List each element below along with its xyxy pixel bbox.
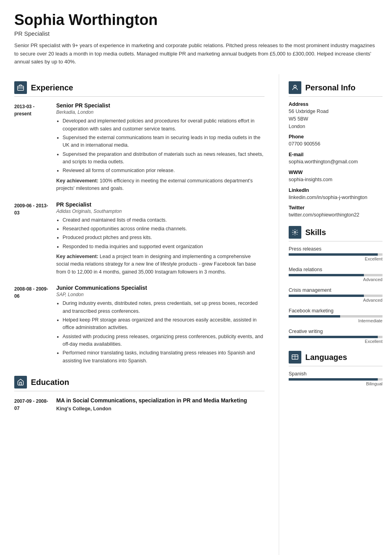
skill-level-3: Intermediate: [289, 318, 382, 323]
edu-school-1: King's College, London: [56, 406, 247, 411]
edu-dates-1: 2007-09 - 2008-07: [14, 397, 50, 412]
education-icon: [14, 376, 27, 388]
experience-icon: [14, 81, 27, 94]
resume-body: Experience 2013-03 - present Senior PR S…: [0, 74, 392, 555]
skill-item-0: Press releases Excellent: [289, 246, 382, 261]
skill-item-2: Crisis management Advanced: [289, 287, 382, 302]
exp-content-1: Senior PR Specialist Berkadia, London De…: [56, 102, 265, 192]
skills-title: Skills: [305, 228, 326, 237]
personal-info-header: Personal Info: [289, 81, 382, 97]
skill-bar-fill-2: [289, 295, 364, 297]
languages-section: Languages Spanish Bilingual: [289, 351, 382, 386]
exp-bullet: Supervised the external communications t…: [63, 134, 265, 149]
exp-bullet: Developed and implemented policies and p…: [63, 117, 265, 133]
edu-entry-1: 2007-09 - 2008-07 MA in Social Communica…: [14, 397, 265, 412]
candidate-title: PR Specialist: [14, 30, 378, 37]
lang-bar-fill-0: [289, 378, 378, 381]
personal-info-title: Personal Info: [305, 83, 356, 92]
exp-dates-3: 2008-08 - 2009-06: [14, 285, 50, 367]
skill-bar-bg-3: [289, 315, 382, 318]
skill-bar-fill-3: [289, 315, 340, 318]
exp-content-2: PR Specialist Adidas Originals, Southamp…: [56, 201, 265, 276]
twitter-value: twitter.com/sophieworthington22: [289, 211, 382, 219]
exp-bullet: Reviewed all forms of communication prio…: [63, 167, 265, 174]
skill-level-4: Excellent: [289, 339, 382, 344]
skill-name-0: Press releases: [289, 246, 382, 252]
resume-header: Sophia Worthington PR Specialist Senior …: [0, 0, 392, 74]
exp-dates-2: 2009-06 - 2013-03: [14, 201, 50, 276]
edu-degree-1: MA in Social Communications, specializat…: [56, 397, 247, 405]
svg-point-2: [294, 85, 296, 88]
right-column: Personal Info Address 56 Uxbridge RoadW5…: [279, 74, 392, 555]
languages-title: Languages: [305, 353, 347, 362]
candidate-summary: Senior PR specialist with 9+ years of ex…: [14, 42, 378, 66]
www-label: WWW: [289, 170, 382, 175]
education-title: Education: [31, 378, 69, 387]
skill-bar-bg-4: [289, 336, 382, 338]
exp-content-3: Junior Communications Specialist SAP, Lo…: [56, 285, 265, 367]
exp-company-1: Berkadia, London: [56, 109, 265, 115]
linkedin-label: LinkedIn: [289, 188, 382, 193]
skill-bar-fill-0: [289, 253, 378, 256]
exp-dates-1: 2013-03 - present: [14, 102, 50, 192]
skill-bar-bg-0: [289, 253, 382, 256]
exp-achievement-2: Key achievement: Lead a project team in …: [56, 253, 265, 276]
experience-section: Experience 2013-03 - present Senior PR S…: [14, 81, 265, 367]
twitter-label: Twitter: [289, 205, 382, 211]
education-section-header: Education: [14, 376, 265, 391]
edu-content-1: MA in Social Communications, specializat…: [56, 397, 247, 412]
linkedin-value: linkedin.com/in/sophia-j-worthington: [289, 194, 382, 201]
resume-page: Sophia Worthington PR Specialist Senior …: [0, 0, 392, 555]
lang-bar-bg-0: [289, 378, 382, 381]
www-value: sophia-insights.com: [289, 176, 382, 184]
skill-level-0: Excellent: [289, 256, 382, 261]
exp-title-3: Junior Communications Specialist: [56, 285, 265, 291]
lang-level-0: Bilingual: [289, 381, 382, 386]
languages-header: Languages: [289, 351, 382, 366]
education-section: Education 2007-09 - 2008-07 MA in Social…: [14, 376, 265, 412]
personal-info-section: Personal Info Address 56 Uxbridge RoadW5…: [289, 81, 382, 219]
exp-bullets-2: Created and maintained lists of media co…: [56, 216, 265, 251]
skill-bar-bg-1: [289, 274, 382, 276]
exp-bullet: Assisted with producing press releases, …: [63, 333, 265, 348]
exp-bullet: Produced product pitches and press kits.: [63, 234, 265, 241]
exp-bullets-1: Developed and implemented policies and p…: [56, 117, 265, 175]
phone-label: Phone: [289, 134, 382, 140]
exp-bullet: Helped keep PR storage areas organized a…: [63, 316, 265, 332]
experience-title: Experience: [31, 83, 73, 92]
exp-company-3: SAP, London: [56, 292, 265, 297]
skill-name-3: Facebook marketing: [289, 308, 382, 314]
skill-bar-fill-4: [289, 336, 378, 338]
exp-entry-2: 2009-06 - 2013-03 PR Specialist Adidas O…: [14, 201, 265, 276]
skill-bar-fill-1: [289, 274, 364, 276]
skills-header: Skills: [289, 226, 382, 241]
languages-icon: [289, 351, 301, 364]
exp-bullet: Created and maintained lists of media co…: [63, 216, 265, 224]
left-column: Experience 2013-03 - present Senior PR S…: [0, 74, 279, 555]
exp-title-1: Senior PR Specialist: [56, 102, 265, 109]
exp-entry-1: 2013-03 - present Senior PR Specialist B…: [14, 102, 265, 192]
address-value: 56 Uxbridge RoadW5 5BWLondon: [289, 108, 382, 130]
skill-item-4: Creative writing Excellent: [289, 329, 382, 344]
phone-value: 07700 900556: [289, 140, 382, 148]
experience-section-header: Experience: [14, 81, 265, 97]
skill-name-1: Media relations: [289, 267, 382, 272]
skill-bar-bg-2: [289, 295, 382, 297]
exp-bullet: Supervised the preparation and distribut…: [63, 151, 265, 166]
exp-bullet: Responded to media inquiries and support…: [63, 243, 265, 251]
skill-level-2: Advanced: [289, 298, 382, 302]
exp-bullets-3: During industry events, distributed note…: [56, 300, 265, 365]
lang-name-0: Spanish: [289, 371, 382, 377]
exp-bullet: Researched opportunities across online m…: [63, 225, 265, 233]
exp-entry-3: 2008-08 - 2009-06 Junior Communications …: [14, 285, 265, 367]
lang-item-0: Spanish Bilingual: [289, 371, 382, 386]
email-value: sophia.worthington@gmail.com: [289, 158, 382, 166]
skills-section: Skills Press releases Excellent Media re…: [289, 226, 382, 344]
exp-bullet: During industry events, distributed note…: [63, 300, 265, 315]
skill-name-2: Crisis management: [289, 287, 382, 293]
exp-title-2: PR Specialist: [56, 201, 265, 208]
exp-achievement-1: Key achievement: 100% efficiency in meet…: [56, 177, 265, 193]
skill-level-1: Advanced: [289, 277, 382, 282]
address-label: Address: [289, 101, 382, 107]
exp-company-2: Adidas Originals, Southampton: [56, 209, 265, 214]
